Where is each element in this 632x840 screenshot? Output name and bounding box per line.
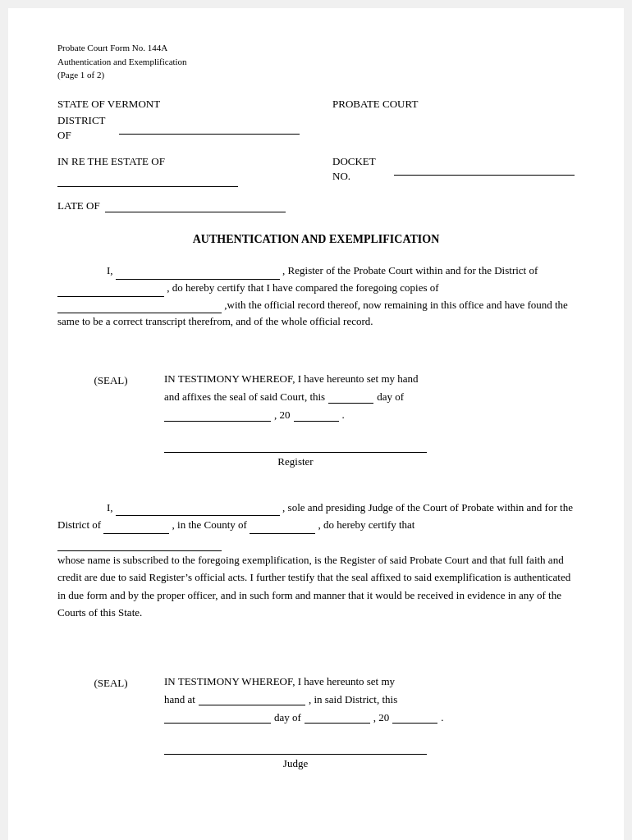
day-field-2[interactable] [164, 711, 271, 724]
late-of-label: LATE OF [57, 199, 100, 213]
testimony-line2-row: and affixes the seal of said Court, this… [164, 388, 575, 406]
district-name-field[interactable] [57, 285, 164, 297]
judge-paragraph: I, , sole and presiding Judge of the Cou… [57, 499, 575, 622]
late-of-field[interactable] [105, 199, 286, 212]
first-testimony-col: IN TESTIMONY WHEREOF, I have hereunto se… [164, 370, 575, 424]
estate-docket-section: IN RE THE ESTATE OF DOCKET NO. [57, 154, 575, 187]
estate-left: IN RE THE ESTATE OF [57, 154, 300, 187]
register-para-part3: , do hereby certify that I have compared… [167, 281, 438, 294]
register-sig-line [164, 433, 427, 453]
year-field-1[interactable] [294, 409, 339, 422]
register-signature-block: Register [164, 433, 575, 469]
register-sig-label: Register [164, 454, 427, 469]
second-testimony-line2-row: hand at , in said District, this [164, 691, 575, 709]
hand-at-field[interactable] [199, 693, 305, 705]
testimony-line2: and affixes the seal of said Court, this [164, 388, 325, 406]
testimony-line3-row: , 20 . [164, 406, 575, 424]
estate-name-field[interactable] [57, 174, 238, 187]
document-title: AUTHENTICATION AND EXEMPLIFICATION [57, 231, 575, 248]
register-name-field[interactable] [116, 267, 280, 280]
second-testimony-col: IN TESTIMONY WHEREOF, I have hereunto se… [164, 673, 575, 727]
judge-signature-block: Judge [164, 735, 575, 771]
page-info: (Page 1 of 2) [57, 68, 575, 82]
docket-label: DOCKET NO. [332, 154, 389, 184]
state-district-block: STATE OF VERMONT DISTRICT OF [57, 97, 300, 144]
judge-certify-field[interactable] [57, 539, 222, 551]
testimony-line2b: day of [377, 388, 404, 406]
in-re-label: IN RE THE ESTATE OF [57, 154, 300, 169]
testimony-line3: , 20 [274, 406, 291, 424]
form-number: Probate Court Form No. 144A [57, 41, 575, 55]
judge-county-field[interactable] [250, 522, 315, 534]
judge-district-field[interactable] [103, 522, 169, 534]
month-field-1[interactable] [164, 409, 271, 422]
first-seal-label: (SEAL) [57, 370, 164, 388]
judge-para-part4: , do hereby certify that [318, 518, 414, 531]
document-page: Probate Court Form No. 144A Authenticati… [8, 8, 624, 840]
testimony-line3b: . [342, 406, 345, 424]
state-label: STATE OF VERMONT [57, 97, 300, 112]
second-testimony-line3b: , 20 [373, 709, 390, 727]
second-seal-block: (SEAL) IN TESTIMONY WHEREOF, I have here… [57, 673, 575, 727]
register-paragraph: I, , Register of the Probate Court withi… [57, 262, 575, 331]
docket-field[interactable] [394, 162, 575, 176]
probate-court-block: PROBATE COURT [300, 97, 575, 144]
year-field-2[interactable] [392, 711, 437, 724]
second-seal-label: (SEAL) [57, 673, 164, 691]
district-label: DISTRICT OF [57, 113, 116, 143]
first-seal-block: (SEAL) IN TESTIMONY WHEREOF, I have here… [57, 370, 575, 424]
second-testimony-line3c: . [441, 709, 443, 727]
judge-para-i: I, [57, 501, 113, 514]
header-info: Probate Court Form No. 144A Authenticati… [57, 41, 575, 82]
judge-sig-line [164, 735, 427, 755]
month-field-2[interactable] [305, 711, 370, 724]
register-para-i: I, [57, 264, 113, 276]
second-testimony-line2: hand at [164, 691, 195, 709]
copies-field[interactable] [57, 301, 222, 313]
late-of-line: LATE OF [57, 199, 575, 213]
judge-para-part5: whose name is subscribed to the foregoin… [57, 554, 570, 619]
second-testimony-line2b: , in said District, this [309, 691, 397, 709]
estate-right: DOCKET NO. [300, 154, 575, 187]
second-testimony-line1: IN TESTIMONY WHEREOF, I have hereunto se… [164, 673, 575, 691]
day-field-1[interactable] [328, 391, 373, 404]
probate-court-label: PROBATE COURT [332, 97, 575, 112]
judge-name-field[interactable] [116, 504, 280, 516]
form-title: Authentication and Exemplification [57, 55, 575, 69]
second-testimony-line3-row: day of , 20 . [164, 709, 575, 727]
testimony-line1: IN TESTIMONY WHEREOF, I have hereunto se… [164, 370, 575, 388]
judge-para-part3: , in the County of [172, 518, 247, 531]
second-testimony-line3: day of [274, 709, 301, 727]
register-para-part2: , Register of the Probate Court within a… [282, 264, 538, 276]
docket-line: DOCKET NO. [332, 154, 575, 184]
district-field[interactable] [119, 121, 300, 135]
judge-sig-label: Judge [164, 756, 427, 771]
top-header: STATE OF VERMONT DISTRICT OF PROBATE COU… [57, 97, 575, 144]
district-line: DISTRICT OF [57, 113, 300, 143]
